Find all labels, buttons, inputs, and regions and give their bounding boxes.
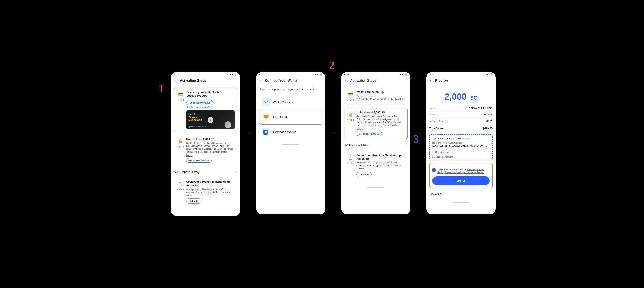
step2-details-link[interactable]: Details bbox=[186, 154, 235, 156]
phone1-step3-info: SocialGood Premium Membership Activation… bbox=[186, 180, 235, 204]
amount-value: 2,000 bbox=[444, 92, 466, 102]
metamask-icon bbox=[262, 113, 270, 121]
video-line1: How to bbox=[188, 113, 196, 115]
connected-wallet-label: Connected Wallet Address bbox=[432, 142, 490, 144]
get-sg-btn-3[interactable]: Get at least 2,000 SG bbox=[356, 132, 382, 136]
phone1-step1-label: STEP 1 bbox=[177, 99, 184, 101]
phone1-step1-info: Connect your wallet to the SocialGood Ap… bbox=[186, 90, 234, 129]
amount-display: $476.24 bbox=[484, 113, 493, 116]
phone3-step2-desc: Get 2,000 SG via Coinbase Commerce. No C… bbox=[356, 115, 405, 127]
wallet-option-coinbase[interactable]: Coinbase Wallet bbox=[259, 125, 322, 139]
phone3-step2-icon: 🔒 bbox=[347, 111, 354, 118]
phone1-step2-label: STEP 2 bbox=[177, 146, 184, 148]
status-icons-1: ▾▲ 🔋 bbox=[230, 73, 237, 76]
disclaimer-label: Disclaimer bbox=[429, 192, 442, 196]
video-thumbnail: How to Activate Membership ▶ ⬤ SocialGoo… bbox=[186, 110, 234, 129]
wallet-option-metamask[interactable]: MetaMask bbox=[259, 110, 322, 124]
network-selector[interactable]: 🔷 Ethereum ▾ bbox=[432, 150, 453, 154]
total-value: $478.85 bbox=[483, 127, 493, 130]
video-line3: Membership bbox=[188, 119, 202, 121]
phone1-step2-box: 🔒 STEP 2 Hold at least 2,000 SG Get 2,00… bbox=[174, 135, 237, 166]
choosing-network-link[interactable]: ℹ Choosing a Network bbox=[432, 156, 490, 158]
get-sg-btn-1[interactable]: Get at least 2,000 SG bbox=[186, 158, 212, 163]
status-icons-2: ▾▲ 🔋 bbox=[315, 73, 322, 76]
arrow-2: → bbox=[329, 72, 338, 136]
status-bar-1: 4:10 ▾▲ 🔋 bbox=[171, 72, 240, 77]
step-number-2: 2 bbox=[329, 59, 334, 72]
phone1-step1-row: 💳 STEP 1 Connect your wallet to the Soci… bbox=[177, 90, 234, 129]
back-arrow-1[interactable]: ← bbox=[174, 78, 178, 83]
history-chevron-3: › bbox=[406, 144, 408, 147]
terms-checkbox[interactable]: ✓ bbox=[432, 168, 436, 172]
back-arrow-3[interactable]: ← bbox=[344, 78, 348, 83]
back-arrow-4[interactable]: ← bbox=[429, 78, 433, 83]
phone3-step1-box: 💳 STEP 1 Wallet connected Your wallet ad… bbox=[344, 88, 408, 105]
preview-amount-display: 2,000 SG bbox=[429, 88, 493, 103]
phone1-step3-row: 📋 STEP 3 SocialGood Premium Membership A… bbox=[176, 180, 235, 204]
how-to-connect-link[interactable]: How to Connect Your Wallet bbox=[186, 106, 234, 108]
connect-wallet-btn[interactable]: Connect My Wallet bbox=[186, 100, 213, 105]
phone1-step2-info: Hold at least 2,000 SG Get 2,000 SG via … bbox=[186, 138, 235, 163]
phone-2-header: ← Connect Your Wallet bbox=[256, 77, 325, 85]
phone-3-header: ← Activation Steps bbox=[341, 77, 410, 85]
phone-3: 4:12 ▾▲ 🔋 ← Activation Steps 💳 STEP 1 bbox=[341, 72, 410, 214]
activate-btn-1[interactable]: Activate bbox=[186, 198, 202, 204]
wallet-address-value: 0x77bb01d55051ce23eeefab345b353e6a6a561b… bbox=[356, 98, 404, 100]
phone-1: 4:10 ▾▲ 🔋 ← Activation Steps 💳 S bbox=[171, 72, 240, 216]
status-bar-3: 4:12 ▾▲ 🔋 bbox=[341, 72, 410, 77]
phone-3-bottom bbox=[341, 185, 410, 190]
ethereum-icon: 🔷 bbox=[434, 151, 438, 154]
fee-label: Network Fee ? bbox=[429, 120, 448, 123]
sg-purchase-history-1[interactable]: SG Purchase History › bbox=[174, 168, 237, 176]
battery-icon-2: 🔋 bbox=[320, 73, 322, 76]
battery-icon-3: 🔋 bbox=[404, 73, 408, 76]
phone1-step3-label: STEP 3 bbox=[177, 188, 184, 191]
coinbase-name: Coinbase Wallet bbox=[273, 130, 296, 134]
terms-text: I have read and understood the Precautio… bbox=[437, 168, 490, 174]
arrow-1: → bbox=[244, 72, 252, 136]
metamask-name: MetaMask bbox=[273, 115, 288, 119]
signal-icon-3: ▾▲ bbox=[400, 73, 404, 76]
walletconnect-name: WalletConnect bbox=[273, 100, 293, 104]
back-arrow-2[interactable]: ← bbox=[259, 78, 263, 83]
phone1-step1-title: Connect your wallet to the SocialGood Ap… bbox=[186, 90, 234, 98]
total-row: Total Value $478.85 bbox=[429, 125, 493, 132]
battery-icon-4: 🔋 bbox=[490, 73, 493, 76]
phone3-step1-title: Wallet connected bbox=[356, 90, 378, 94]
step2-details-link-3[interactable]: Details bbox=[356, 128, 405, 130]
green-wallet-icon bbox=[432, 142, 435, 144]
phone-4: 4:12 ▾▲ 🔋 ← Preview 2,000 SG bbox=[426, 72, 496, 214]
sg-purchase-history-3[interactable]: SG Purchase History › bbox=[344, 142, 408, 150]
highlight-atleast: at least bbox=[193, 138, 202, 141]
wallet-option-walletconnect[interactable]: WalletConnect bbox=[259, 95, 322, 110]
terms-checkbox-row: ✓ I have read and understood the Precaut… bbox=[432, 168, 490, 174]
activate-btn-3[interactable]: Activate bbox=[356, 172, 372, 177]
phone3-step2-row: 🔒 STEP 2 Hold at least 2,000 SG Get 2,00… bbox=[347, 111, 405, 136]
home-indicator-4 bbox=[452, 202, 469, 203]
network-label: Ethereum bbox=[438, 151, 448, 153]
phone-1-bottom bbox=[171, 212, 240, 216]
green-connected-dot bbox=[381, 91, 384, 94]
phone-2-content: Select an app to connect your wallet sec… bbox=[256, 85, 325, 142]
arrow-right-2: → bbox=[331, 130, 336, 136]
coinbase-icon bbox=[262, 128, 270, 136]
phone1-step2-title: Hold at least 2,000 SG bbox=[186, 138, 235, 141]
rate-row: Rate 1 SG = $0.2381 USD bbox=[429, 105, 493, 112]
video-line2: Activate bbox=[188, 116, 198, 118]
play-button[interactable]: ▶ bbox=[208, 117, 214, 123]
time-2: 4:10 bbox=[259, 73, 264, 76]
phone1-step1-icon: 💳 bbox=[177, 90, 184, 98]
status-bar-4: 4:12 ▾▲ 🔋 bbox=[426, 72, 496, 77]
arrow-3: → bbox=[414, 72, 422, 136]
phone-2-bottom bbox=[256, 142, 325, 147]
sg-coin: SG bbox=[224, 121, 231, 128]
amount-row: Amount $476.24 bbox=[429, 112, 493, 118]
precautions-link[interactable]: Precautions About Getting SG with the Co… bbox=[437, 168, 484, 174]
phone3-step2-box: 🔒 STEP 2 Hold at least 2,000 SG Get 2,00… bbox=[344, 108, 408, 139]
step-number-1: 1 bbox=[158, 82, 164, 95]
get-sg-final-btn[interactable]: Get SG bbox=[432, 176, 490, 185]
phone3-step3-row: 📋 STEP 3 SocialGood Premium Membership A… bbox=[347, 154, 405, 177]
phone3-step3-box: 📋 STEP 3 SocialGood Premium Membership A… bbox=[344, 151, 408, 180]
phone-3-title: Activation Steps bbox=[350, 79, 376, 82]
scene: 1 4:10 ▾▲ 🔋 ← Activation Steps bbox=[165, 72, 479, 216]
